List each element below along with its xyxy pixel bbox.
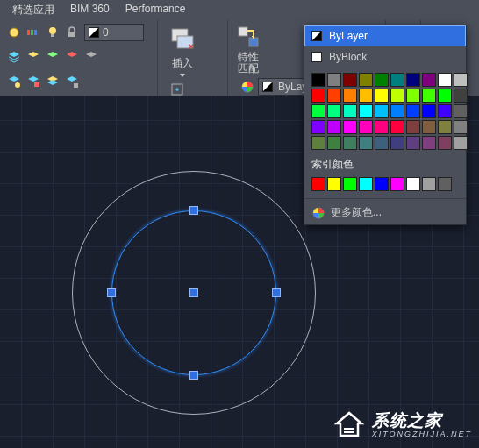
index-color-swatch[interactable] <box>343 177 357 191</box>
index-color-swatch[interactable] <box>327 177 341 191</box>
color-swatch[interactable] <box>311 73 325 87</box>
color-swatch[interactable] <box>343 104 357 118</box>
color-swatch[interactable] <box>406 104 420 118</box>
color-swatch[interactable] <box>406 73 420 87</box>
index-color-swatch[interactable] <box>422 177 436 191</box>
tab-bim360[interactable]: BIM 360 <box>70 3 110 18</box>
color-swatch[interactable] <box>390 89 404 103</box>
color-swatch[interactable] <box>343 136 357 150</box>
color-swatch[interactable] <box>454 104 468 118</box>
color-swatch[interactable] <box>390 120 404 134</box>
layers-tool1-icon[interactable] <box>7 75 21 89</box>
svg-rect-6 <box>68 32 75 37</box>
color-swatch[interactable] <box>422 104 436 118</box>
layers-stack-icon[interactable] <box>7 50 21 64</box>
svg-point-4 <box>49 27 56 34</box>
color-swatch[interactable] <box>422 89 436 103</box>
ribbon-tabs: 精选应用 BIM 360 Performance <box>0 0 479 20</box>
grip-left[interactable] <box>107 288 116 297</box>
layers-more-icon[interactable] <box>84 50 98 64</box>
color-swatch[interactable] <box>438 120 452 134</box>
color-option-byblock[interactable]: ByBlock <box>304 46 466 68</box>
index-color-swatch[interactable] <box>438 177 452 191</box>
color-swatch[interactable] <box>343 120 357 134</box>
color-swatch[interactable] <box>454 136 468 150</box>
lock-icon[interactable] <box>65 25 79 39</box>
color-swatch[interactable] <box>327 136 341 150</box>
color-swatch[interactable] <box>327 89 341 103</box>
color-swatch[interactable] <box>327 120 341 134</box>
color-swatch[interactable] <box>343 73 357 87</box>
color-swatch[interactable] <box>422 136 436 150</box>
color-swatch[interactable] <box>375 73 389 87</box>
color-swatch[interactable] <box>327 73 341 87</box>
color-swatch[interactable] <box>438 73 452 87</box>
layers-lock-icon[interactable] <box>46 50 60 64</box>
separator <box>304 198 466 199</box>
color-swatch[interactable] <box>422 120 436 134</box>
lightbulb-icon[interactable] <box>46 25 60 39</box>
swatch-icon <box>311 52 322 62</box>
color-swatch[interactable] <box>422 73 436 87</box>
color-swatch[interactable] <box>375 120 389 134</box>
index-color-swatch[interactable] <box>406 177 420 191</box>
color-swatch[interactable] <box>454 120 468 134</box>
svg-rect-5 <box>51 34 54 37</box>
index-color-swatch[interactable] <box>359 177 373 191</box>
layers-freeze-icon[interactable] <box>26 50 40 64</box>
layers-tool3-icon[interactable] <box>46 75 60 89</box>
layer-dropdown[interactable]: 0 <box>84 24 144 41</box>
color-swatch[interactable] <box>438 104 452 118</box>
color-wheel-icon[interactable] <box>240 80 254 94</box>
color-swatch[interactable] <box>359 120 373 134</box>
index-color-swatch[interactable] <box>311 177 325 191</box>
layer-color-icon[interactable] <box>26 25 40 39</box>
color-swatch[interactable] <box>438 136 452 150</box>
color-swatch[interactable] <box>454 89 468 103</box>
color-swatch[interactable] <box>406 120 420 134</box>
grip-center[interactable] <box>189 288 198 297</box>
color-swatch[interactable] <box>359 73 373 87</box>
match-properties-button[interactable]: 特性 匹配 <box>235 24 261 75</box>
color-option-bylayer[interactable]: ByLayer <box>304 25 466 46</box>
color-swatch[interactable] <box>343 89 357 103</box>
color-swatch[interactable] <box>375 104 389 118</box>
index-color-swatch[interactable] <box>390 177 404 191</box>
tab-performance[interactable]: Performance <box>125 3 186 18</box>
color-swatch[interactable] <box>438 89 452 103</box>
color-swatch[interactable] <box>311 89 325 103</box>
color-swatch[interactable] <box>359 89 373 103</box>
color-swatch[interactable] <box>390 73 404 87</box>
color-swatch[interactable] <box>311 104 325 118</box>
house-icon <box>332 408 367 443</box>
layers-off-icon[interactable] <box>65 50 79 64</box>
color-swatch[interactable] <box>454 73 468 87</box>
color-swatch[interactable] <box>311 136 325 150</box>
swatch-icon <box>311 31 322 41</box>
color-swatch[interactable] <box>327 104 341 118</box>
color-swatch[interactable] <box>375 136 389 150</box>
color-swatch[interactable] <box>359 136 373 150</box>
tab-featured[interactable]: 精选应用 <box>12 3 54 18</box>
layers-tool2-icon[interactable] <box>26 75 40 89</box>
color-swatch[interactable] <box>390 104 404 118</box>
layers-tool4-icon[interactable] <box>65 75 79 89</box>
color-swatch[interactable] <box>311 120 325 134</box>
color-swatch[interactable] <box>406 136 420 150</box>
color-swatch[interactable] <box>390 136 404 150</box>
more-colors-button[interactable]: 更多颜色... <box>304 201 466 224</box>
color-swatch[interactable] <box>359 104 373 118</box>
block-panel: 插入 A 块 <box>158 20 228 97</box>
grip-top[interactable] <box>189 206 198 215</box>
index-color-swatch[interactable] <box>375 177 389 191</box>
block-create-icon[interactable] <box>170 82 184 96</box>
grip-bottom[interactable] <box>189 371 198 380</box>
svg-point-0 <box>10 28 18 37</box>
grip-right[interactable] <box>272 288 281 297</box>
color-swatch[interactable] <box>406 89 420 103</box>
insert-button[interactable]: 插入 <box>165 24 200 79</box>
watermark-url: XITONGZHIJIA.NET <box>372 430 472 439</box>
layer-prop-icon[interactable] <box>7 25 21 39</box>
color-swatch[interactable] <box>375 89 389 103</box>
match-props-icon <box>235 24 261 50</box>
